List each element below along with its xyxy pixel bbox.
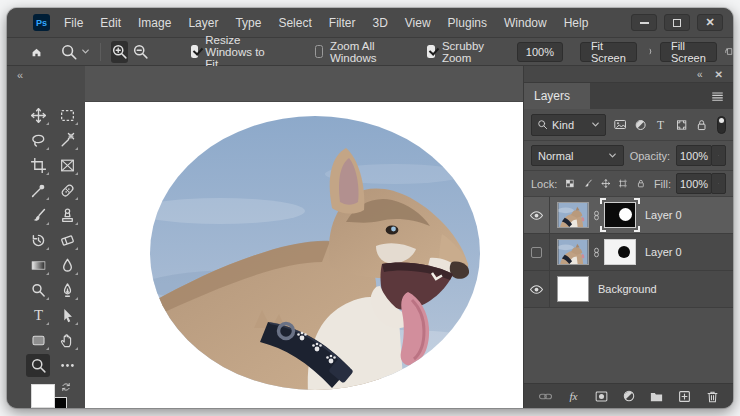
menu-type[interactable]: Type — [235, 16, 261, 30]
path-selection-tool[interactable] — [55, 304, 79, 327]
fill-screen-button[interactable]: Fill Screen — [660, 42, 717, 62]
rectangular-marquee-tool[interactable] — [55, 104, 79, 127]
resize-windows-to-fit-checkbox[interactable]: Resize Windows to Fit — [191, 34, 273, 70]
eraser-tool[interactable] — [55, 229, 79, 252]
mask-link-icon[interactable] — [590, 245, 603, 260]
menu-window[interactable]: Window — [504, 16, 547, 30]
filter-kind-dropdown[interactable]: Kind — [531, 114, 606, 136]
menu-layer[interactable]: Layer — [188, 16, 218, 30]
fit-screen-button[interactable]: Fit Screen — [580, 42, 637, 62]
link-layers-icon[interactable] — [538, 389, 553, 404]
layer-thumbnail[interactable] — [557, 276, 589, 302]
canvas[interactable] — [85, 102, 523, 408]
layer-row-background[interactable]: Background — [524, 271, 733, 308]
clone-stamp-tool[interactable] — [55, 204, 79, 227]
magic-wand-tool[interactable] — [55, 129, 79, 152]
menu-select[interactable]: Select — [278, 16, 311, 30]
filter-frame-icon[interactable] — [675, 118, 688, 132]
edit-toolbar-button[interactable] — [55, 354, 79, 377]
visibility-toggle[interactable] — [524, 234, 550, 270]
crop-tool[interactable] — [26, 154, 50, 177]
maximize-button[interactable] — [664, 14, 690, 31]
menu-filter[interactable]: Filter — [329, 16, 356, 30]
frame-tool[interactable] — [55, 154, 79, 177]
filter-adjustment-icon[interactable] — [634, 118, 647, 132]
lock-all-icon[interactable] — [636, 177, 646, 190]
eyedropper-tool[interactable] — [26, 179, 50, 202]
mask-link-icon[interactable] — [590, 208, 603, 223]
blend-mode-dropdown[interactable]: Normal — [531, 145, 624, 166]
spot-healing-brush-tool[interactable] — [55, 179, 79, 202]
layer-name: Layer 0 — [645, 246, 682, 258]
minimize-button[interactable] — [631, 14, 657, 31]
filter-lock-icon[interactable] — [695, 118, 708, 132]
move-tool[interactable] — [26, 104, 50, 127]
zoom-all-windows-checkbox[interactable]: Zoom All Windows — [315, 40, 385, 64]
lock-artboard-icon[interactable] — [618, 177, 628, 190]
hand-tool[interactable] — [55, 329, 79, 352]
add-layer-mask-icon[interactable] — [594, 389, 609, 404]
scrubby-zoom-checkbox[interactable]: Scrubby Zoom — [427, 40, 489, 64]
menu-view[interactable]: View — [405, 16, 431, 30]
menu-file[interactable]: File — [64, 16, 83, 30]
filter-toggle-switch[interactable] — [717, 116, 726, 134]
swap-colors-icon[interactable] — [60, 381, 72, 393]
maximize-icon — [673, 19, 681, 27]
collapse-panel-chevrons[interactable]: « — [697, 69, 703, 80]
tool-grid — [26, 104, 81, 379]
menu-plugins[interactable]: Plugins — [448, 16, 487, 30]
brush-tool[interactable] — [26, 204, 50, 227]
layer-row-0[interactable]: Layer 0 — [524, 197, 733, 234]
zoom-tool[interactable] — [26, 354, 50, 377]
lasso-tool[interactable] — [26, 129, 50, 152]
delete-layer-icon[interactable] — [705, 389, 720, 404]
fill-dropdown-button[interactable] — [711, 173, 726, 194]
menu-image[interactable]: Image — [138, 16, 171, 30]
type-tool[interactable] — [26, 304, 50, 327]
history-brush-tool[interactable] — [26, 229, 50, 252]
opacity-dropdown-button[interactable] — [711, 145, 726, 166]
new-adjustment-layer-icon[interactable] — [622, 389, 636, 403]
filter-type-icon[interactable] — [654, 118, 667, 132]
zoom-in-button[interactable] — [111, 41, 128, 63]
layer-mask-thumbnail[interactable] — [604, 239, 636, 265]
collapse-toolbar-chevrons[interactable]: « — [17, 69, 22, 81]
opacity-value[interactable]: 100% — [676, 145, 712, 166]
menu-items: File Edit Image Layer Type Select Filter… — [64, 16, 588, 30]
dodge-tool[interactable] — [26, 279, 50, 302]
menu-edit[interactable]: Edit — [100, 16, 121, 30]
pen-tool[interactable] — [55, 279, 79, 302]
eye-icon — [529, 282, 544, 297]
fill-value[interactable]: 100% — [676, 173, 712, 194]
layer-mask-thumbnail[interactable] — [604, 202, 636, 228]
zoom-tool-preset[interactable] — [60, 43, 90, 61]
lock-transparent-pixels-icon[interactable] — [565, 177, 575, 190]
layer-row-1[interactable]: Layer 0 — [524, 234, 733, 271]
visibility-toggle[interactable] — [524, 197, 550, 233]
blur-tool[interactable] — [55, 254, 79, 277]
close-panel-icon[interactable]: ✕ — [715, 69, 723, 80]
layer-thumbnail[interactable] — [557, 202, 589, 228]
layer-effects-icon[interactable] — [566, 389, 581, 404]
visibility-toggle[interactable] — [524, 271, 550, 307]
close-button[interactable]: ✕ — [697, 14, 723, 31]
foreground-color-swatch[interactable] — [31, 384, 55, 408]
lock-position-icon[interactable] — [601, 177, 611, 190]
photoshop-window: Ps File Edit Image Layer Type Select Fil… — [7, 8, 733, 408]
rectangle-tool[interactable] — [26, 329, 50, 352]
menu-help[interactable]: Help — [564, 16, 589, 30]
zoom-100-button[interactable]: 100% — [517, 42, 563, 62]
layers-tab[interactable]: Layers — [524, 83, 590, 109]
home-button[interactable] — [31, 43, 42, 61]
panel-menu-icon[interactable] — [710, 89, 725, 104]
menu-3d[interactable]: 3D — [372, 16, 387, 30]
gradient-tool[interactable] — [26, 254, 50, 277]
lock-image-pixels-icon[interactable] — [583, 177, 593, 190]
layer-thumbnail[interactable] — [557, 239, 589, 265]
filter-image-icon[interactable] — [613, 117, 627, 132]
new-layer-icon[interactable] — [677, 389, 692, 404]
zoom-tool-icon — [60, 43, 78, 61]
zoom-out-button[interactable] — [132, 41, 149, 63]
checkbox-label: Zoom All Windows — [330, 40, 385, 64]
new-group-icon[interactable] — [649, 389, 664, 404]
